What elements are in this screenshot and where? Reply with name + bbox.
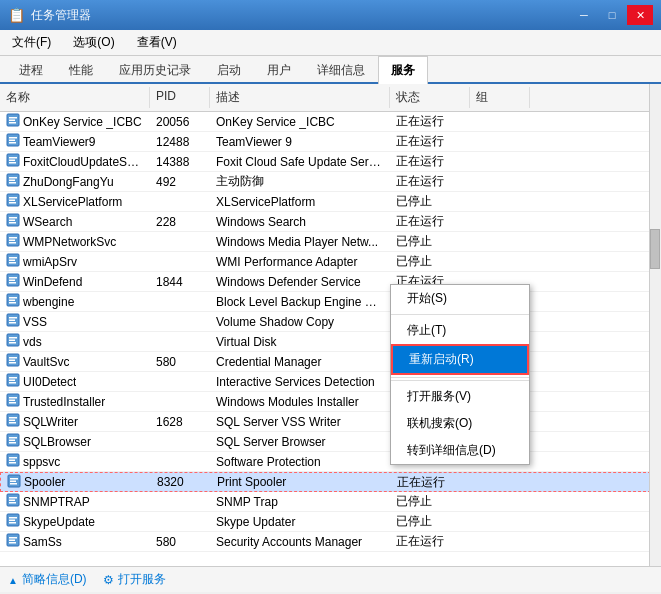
table-row[interactable]: WinDefend 1844 Windows Defender Service …	[0, 272, 661, 292]
table-row[interactable]: XLServicePlatform XLServicePlatform 已停止	[0, 192, 661, 212]
row-name: UI0Detect	[23, 375, 76, 389]
table-row[interactable]: VaultSvc 580 Credential Manager	[0, 352, 661, 372]
app-icon: 📋	[8, 7, 25, 23]
table-row[interactable]: SQLWriter 1628 SQL Server VSS Writer	[0, 412, 661, 432]
table-row[interactable]: UI0Detect Interactive Services Detection	[0, 372, 661, 392]
tab-app-history[interactable]: 应用历史记录	[106, 56, 204, 84]
svg-rect-19	[9, 202, 16, 204]
context-menu-item[interactable]: 重新启动(R)	[391, 344, 529, 375]
row-group	[470, 121, 530, 123]
row-icon	[6, 253, 20, 270]
row-name: FoxitCloudUpdateService	[23, 155, 144, 169]
row-pid	[150, 201, 210, 203]
table-row[interactable]: SamSs 580 Security Accounts Manager 正在运行	[0, 532, 661, 552]
table-row[interactable]: Spooler 8320 Print Spooler 正在运行	[0, 472, 661, 492]
svg-rect-35	[9, 282, 16, 284]
row-desc: 主动防御	[210, 172, 390, 191]
row-status: 已停止	[390, 192, 470, 211]
context-menu-item[interactable]: 打开服务(V)	[391, 383, 529, 410]
row-icon	[6, 213, 20, 230]
table-row[interactable]: wmiApSrv WMI Performance Adapter 已停止	[0, 252, 661, 272]
context-menu-item[interactable]: 联机搜索(O)	[391, 410, 529, 437]
row-name: TeamViewer9	[23, 135, 95, 149]
svg-rect-37	[9, 297, 17, 299]
row-group	[470, 241, 530, 243]
table-row[interactable]: SQLBrowser SQL Server Browser	[0, 432, 661, 452]
row-pid: 12488	[150, 134, 210, 150]
row-icon	[6, 273, 20, 290]
row-icon	[6, 373, 20, 390]
row-status: 正在运行	[390, 132, 470, 151]
col-header-pid[interactable]: PID	[150, 87, 210, 108]
menu-file[interactable]: 文件(F)	[6, 32, 57, 53]
scrollbar-thumb[interactable]	[650, 229, 660, 269]
row-group	[470, 201, 530, 203]
maximize-button[interactable]: □	[599, 5, 625, 25]
svg-rect-1	[9, 117, 17, 119]
svg-rect-41	[9, 317, 17, 319]
summary-button[interactable]: 简略信息(D)	[8, 571, 87, 588]
window-title: 任务管理器	[31, 7, 91, 24]
svg-rect-71	[9, 462, 16, 464]
tab-startup[interactable]: 启动	[204, 56, 254, 84]
row-desc: Block Level Backup Engine Se...	[210, 294, 390, 310]
row-desc: Security Accounts Manager	[210, 534, 390, 550]
svg-rect-7	[9, 142, 16, 144]
table-row[interactable]: TrustedInstaller Windows Modules Install…	[0, 392, 661, 412]
row-desc: Windows Search	[210, 214, 390, 230]
context-menu-item[interactable]: 转到详细信息(D)	[391, 437, 529, 464]
menu-view[interactable]: 查看(V)	[131, 32, 183, 53]
open-services-button[interactable]: 打开服务	[103, 571, 166, 588]
table-row[interactable]: wbengine Block Level Backup Engine Se...…	[0, 292, 661, 312]
svg-rect-55	[9, 382, 16, 384]
table-row[interactable]: SNMPTRAP SNMP Trap 已停止	[0, 492, 661, 512]
close-button[interactable]: ✕	[627, 5, 653, 25]
table-row[interactable]: SkypeUpdate Skype Updater 已停止	[0, 512, 661, 532]
table-row[interactable]: TeamViewer9 12488 TeamViewer 9 正在运行	[0, 132, 661, 152]
row-desc: Skype Updater	[210, 514, 390, 530]
tab-details[interactable]: 详细信息	[304, 56, 378, 84]
svg-rect-25	[9, 237, 17, 239]
row-desc: Interactive Services Detection	[210, 374, 390, 390]
tab-process[interactable]: 进程	[6, 56, 56, 84]
table-row[interactable]: VSS Volume Shadow Copy 已停止	[0, 312, 661, 332]
menu-options[interactable]: 选项(O)	[67, 32, 120, 53]
menu-bar: 文件(F) 选项(O) 查看(V)	[0, 30, 661, 56]
row-status: 正在运行	[391, 473, 471, 492]
scrollbar[interactable]	[649, 84, 661, 566]
row-name: SkypeUpdate	[23, 515, 95, 529]
row-name: VaultSvc	[23, 355, 69, 369]
tab-users[interactable]: 用户	[254, 56, 304, 84]
tab-performance[interactable]: 性能	[56, 56, 106, 84]
row-pid: 580	[150, 534, 210, 550]
col-header-group[interactable]: 组	[470, 87, 530, 108]
table-row[interactable]: vds Virtual Disk	[0, 332, 661, 352]
table-row[interactable]: FoxitCloudUpdateService 14388 Foxit Clou…	[0, 152, 661, 172]
row-pid: 14388	[150, 154, 210, 170]
table-row[interactable]: WMPNetworkSvc Windows Media Player Netw.…	[0, 232, 661, 252]
row-pid	[150, 261, 210, 263]
table-row[interactable]: WSearch 228 Windows Search 正在运行	[0, 212, 661, 232]
row-icon	[6, 233, 20, 250]
svg-rect-87	[9, 542, 16, 544]
svg-rect-45	[9, 337, 17, 339]
col-header-status[interactable]: 状态	[390, 87, 470, 108]
table-row[interactable]: sppsvc Software Protection	[0, 452, 661, 472]
context-menu-item[interactable]: 开始(S)	[391, 285, 529, 312]
svg-rect-17	[9, 197, 17, 199]
col-header-desc[interactable]: 描述	[210, 87, 390, 108]
svg-rect-34	[9, 280, 15, 282]
row-desc: Credential Manager	[210, 354, 390, 370]
minimize-button[interactable]: ─	[571, 5, 597, 25]
table-row[interactable]: ZhuDongFangYu 492 主动防御 正在运行	[0, 172, 661, 192]
svg-rect-78	[9, 500, 15, 502]
svg-rect-9	[9, 157, 17, 159]
tab-services[interactable]: 服务	[378, 56, 428, 84]
svg-rect-81	[9, 517, 17, 519]
row-status: 正在运行	[390, 532, 470, 551]
context-menu-item[interactable]: 停止(T)	[391, 317, 529, 344]
row-name: OnKey Service _ICBC	[23, 115, 142, 129]
svg-rect-10	[9, 160, 15, 162]
col-header-name[interactable]: 名称	[0, 87, 150, 108]
table-row[interactable]: OnKey Service _ICBC 20056 OnKey Service …	[0, 112, 661, 132]
